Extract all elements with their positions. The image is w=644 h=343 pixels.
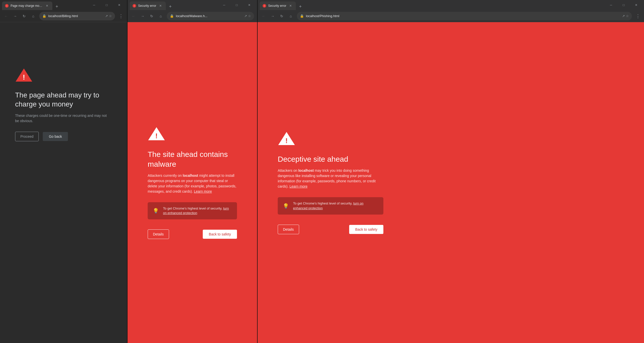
browser-window-billing: ! Page may charge money ✕ + ─ □ ✕ ← → ↻ …: [0, 0, 127, 343]
tab-label-billing: Page may charge money: [11, 4, 43, 8]
minimize-button-billing[interactable]: ─: [88, 0, 100, 10]
tab-strip-billing: ! Page may charge money ✕ +: [2, 0, 86, 10]
forward-button-billing[interactable]: →: [11, 12, 19, 20]
description-before-phishing: Attackers on: [278, 168, 298, 173]
learn-more-link-phishing[interactable]: Learn more: [290, 184, 308, 188]
address-bar-billing[interactable]: 🔒 localhost/Billing.html ↗ ☆: [39, 12, 115, 20]
address-lock-icon-malware: 🔒: [170, 14, 174, 18]
maximize-button-billing[interactable]: □: [101, 0, 112, 10]
host-malware: localhost: [183, 174, 198, 178]
new-tab-button-phishing[interactable]: +: [297, 3, 304, 10]
nav-bar-phishing: ← → ↻ ⌂ 🔒 localhost/Phishing.html ↗ ☆ ⋮: [258, 10, 644, 22]
refresh-button-malware[interactable]: ↻: [148, 12, 156, 20]
tab-phishing[interactable]: ! Security error ✕: [260, 2, 296, 10]
host-phishing: localhost: [298, 168, 314, 173]
tab-strip-phishing: ! Security error ✕ +: [260, 0, 603, 10]
page-description-malware: Attackers currently on localhost might a…: [148, 173, 237, 194]
warning-icon-billing: !: [15, 67, 112, 84]
warning-icon-phishing: !: [278, 131, 624, 147]
browser-window-malware: ! Security error ✕ + ─ □ ✕ ← → ↻ ⌂ 🔒 loc…: [128, 0, 257, 343]
warning-icon-malware: !: [148, 126, 237, 142]
page-description-phishing: Attackers on localhost may trick you int…: [278, 168, 378, 189]
home-button-malware[interactable]: ⌂: [157, 12, 165, 20]
address-bar-phishing[interactable]: 🔒 localhost/Phishing.html ↗ ☆: [297, 12, 632, 20]
maximize-button-phishing[interactable]: □: [618, 0, 629, 10]
minimize-button-phishing[interactable]: ─: [605, 0, 617, 10]
tip-text-phishing: To get Chrome's highest level of securit…: [293, 201, 378, 210]
tip-before-phishing: To get Chrome's highest level of securit…: [293, 201, 353, 205]
page-heading-malware: The site ahead contains malware: [148, 149, 237, 169]
button-row-malware: Details Back to safety: [148, 229, 237, 239]
tab-close-malware[interactable]: ✕: [158, 4, 163, 8]
address-text-malware: localhost/Malware.h...: [176, 14, 242, 18]
address-icons-phishing: ↗ ☆: [622, 14, 629, 18]
share-icon-phishing[interactable]: ↗: [622, 14, 625, 18]
browser-window-phishing: ! Security error ✕ + ─ □ ✕ ← → ↻ ⌂ 🔒 loc…: [258, 0, 644, 343]
star-icon-malware[interactable]: ☆: [248, 14, 251, 18]
new-tab-button-billing[interactable]: +: [53, 3, 60, 10]
svg-text:!: !: [285, 137, 288, 145]
refresh-button-phishing[interactable]: ↻: [278, 12, 286, 20]
title-bar-billing: ! Page may charge money ✕ + ─ □ ✕: [0, 0, 127, 10]
tab-strip-malware: ! Security error ✕ +: [130, 0, 216, 10]
button-row-phishing: Details Back to safety: [278, 225, 383, 234]
back-button-billing[interactable]: ←: [2, 12, 10, 20]
address-lock-icon-phishing: 🔒: [300, 14, 304, 18]
tab-label-malware: Security error: [138, 4, 156, 8]
svg-text:!: !: [23, 73, 25, 81]
tab-favicon-malware: !: [133, 4, 136, 8]
page-heading-phishing: Deceptive site ahead: [278, 154, 624, 164]
tab-favicon-billing: !: [5, 4, 9, 8]
tab-billing[interactable]: ! Page may charge money ✕: [2, 2, 52, 10]
home-button-billing[interactable]: ⌂: [29, 12, 37, 20]
new-tab-button-malware[interactable]: +: [167, 3, 174, 10]
page-description-billing: These charges could be one-time or recur…: [15, 113, 111, 124]
star-icon-phishing[interactable]: ☆: [626, 14, 629, 18]
tab-malware[interactable]: ! Security error ✕: [130, 2, 166, 10]
tip-icon-malware: 💡: [153, 208, 159, 214]
share-icon-malware[interactable]: ↗: [244, 14, 247, 18]
close-button-malware[interactable]: ✕: [244, 0, 255, 10]
back-button-malware[interactable]: ←: [130, 12, 138, 20]
minimize-button-malware[interactable]: ─: [218, 0, 230, 10]
svg-text:!: !: [155, 132, 157, 140]
back-to-safety-button-malware[interactable]: Back to safety: [203, 230, 237, 239]
window-controls-malware: ─ □ ✕: [218, 0, 255, 10]
window-controls-phishing: ─ □ ✕: [605, 0, 642, 10]
page-content-billing: ! The page ahead may try to charge you m…: [0, 22, 127, 343]
back-button-phishing[interactable]: ←: [260, 12, 268, 20]
learn-more-link-malware[interactable]: Learn more: [194, 189, 212, 193]
details-button-malware[interactable]: Details: [148, 229, 169, 239]
maximize-button-malware[interactable]: □: [231, 0, 243, 10]
tab-close-phishing[interactable]: ✕: [288, 4, 293, 8]
address-icons-malware: ↗ ☆: [244, 14, 251, 18]
security-tip-phishing: 💡 To get Chrome's highest level of secur…: [278, 197, 383, 214]
proceed-button[interactable]: Proceed: [15, 132, 39, 141]
nav-bar-malware: ← → ↻ ⌂ 🔒 localhost/Malware.h... ↗ ☆: [128, 10, 257, 22]
title-bar-phishing: ! Security error ✕ + ─ □ ✕: [258, 0, 644, 10]
go-back-button[interactable]: Go back: [43, 132, 68, 141]
back-to-safety-button-phishing[interactable]: Back to safety: [349, 225, 383, 234]
menu-button-billing[interactable]: ⋮: [117, 12, 125, 20]
address-icons-billing: ↗ ☆: [105, 14, 112, 18]
close-button-phishing[interactable]: ✕: [630, 0, 642, 10]
share-icon-billing[interactable]: ↗: [105, 14, 108, 18]
address-text-billing: localhost/Billing.html: [48, 14, 103, 18]
tip-text-malware: To get Chrome's highest level of securit…: [163, 206, 232, 215]
address-text-phishing: localhost/Phishing.html: [306, 14, 620, 18]
home-button-phishing[interactable]: ⌂: [287, 12, 295, 20]
tip-before-malware: To get Chrome's highest level of securit…: [163, 207, 223, 210]
tab-close-billing[interactable]: ✕: [45, 4, 49, 8]
address-lock-icon-billing: 🔒: [42, 14, 46, 18]
forward-button-phishing[interactable]: →: [269, 12, 277, 20]
details-button-phishing[interactable]: Details: [278, 225, 299, 234]
page-content-phishing: ! Deceptive site ahead Attackers on loca…: [258, 22, 644, 343]
security-tip-malware: 💡 To get Chrome's highest level of secur…: [148, 202, 237, 219]
star-icon-billing[interactable]: ☆: [109, 14, 112, 18]
refresh-button-billing[interactable]: ↻: [20, 12, 28, 20]
menu-button-phishing[interactable]: ⋮: [634, 12, 642, 20]
tip-icon-phishing: 💡: [283, 203, 289, 209]
address-bar-malware[interactable]: 🔒 localhost/Malware.h... ↗ ☆: [167, 12, 254, 20]
forward-button-malware[interactable]: →: [139, 12, 147, 20]
close-button-billing[interactable]: ✕: [113, 0, 125, 10]
